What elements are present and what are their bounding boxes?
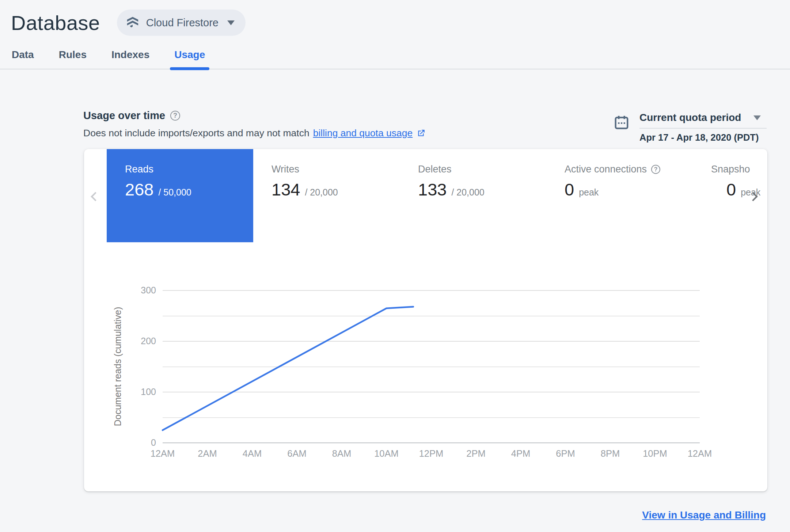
- metric-card-active-connections[interactable]: Active connections 0 peak: [546, 149, 693, 242]
- y-tick-label: 100: [130, 387, 156, 397]
- page-title: Database: [11, 11, 100, 35]
- firestore-icon: [126, 16, 140, 30]
- quota-period-label: Current quota period: [639, 112, 741, 123]
- chevron-down-icon: [227, 20, 235, 25]
- metric-value: 0: [565, 179, 574, 200]
- metric-label: Snapsho: [711, 164, 767, 175]
- x-tick-label: 4AM: [232, 448, 272, 459]
- x-tick-label: 10PM: [635, 448, 675, 459]
- metric-suffix: / 50,000: [158, 187, 191, 198]
- quota-period-selector: Current quota period Apr 17 - Apr 18, 20…: [613, 112, 767, 143]
- x-tick-label: 6AM: [277, 448, 317, 459]
- metric-suffix: / 20,000: [305, 187, 338, 198]
- tab-bar: Data Rules Indexes Usage: [0, 49, 790, 69]
- cards-scroll-left-button[interactable]: [89, 190, 102, 203]
- usage-line-chart: 010020030012AM2AM4AM6AM8AM10AM12PM2PM4PM…: [163, 290, 700, 443]
- x-tick-label: 8PM: [590, 448, 630, 459]
- chevron-left-icon: [91, 192, 100, 201]
- metric-suffix: / 20,000: [451, 187, 484, 198]
- tab-usage[interactable]: Usage: [174, 49, 206, 69]
- metric-card-deletes[interactable]: Deletes 133 / 20,000: [400, 149, 546, 242]
- x-tick-label: 4PM: [501, 448, 541, 459]
- x-tick-label: 12PM: [411, 448, 451, 459]
- metric-value: 134: [271, 179, 300, 200]
- metric-value: 268: [125, 179, 153, 200]
- metric-label: Reads: [125, 164, 253, 175]
- chevron-right-icon: [748, 192, 757, 201]
- usage-section-header: Usage over time Does not include imports…: [83, 110, 426, 139]
- metric-label: Writes: [271, 164, 400, 175]
- x-tick-label: 6PM: [546, 448, 586, 459]
- series-line: [163, 307, 413, 430]
- metric-value: 133: [418, 179, 447, 200]
- view-usage-billing-link[interactable]: View in Usage and Billing: [642, 509, 766, 521]
- x-tick-label: 10AM: [366, 448, 407, 459]
- app-header: Database Cloud Firestore: [0, 0, 790, 36]
- x-tick-label: 12AM: [143, 448, 183, 459]
- tab-rules[interactable]: Rules: [58, 49, 87, 69]
- metric-card-writes[interactable]: Writes 134 / 20,000: [253, 149, 400, 242]
- section-title: Usage over time: [83, 110, 165, 122]
- cards-scroll-right-button[interactable]: [750, 190, 763, 203]
- quota-period-dropdown[interactable]: Current quota period: [639, 112, 767, 129]
- y-tick-label: 300: [130, 285, 156, 296]
- product-selector-label: Cloud Firestore: [146, 17, 219, 29]
- section-subtitle: Does not include imports/exports and may…: [83, 128, 426, 139]
- metric-value: 0: [726, 179, 736, 200]
- metric-label: Active connections: [565, 164, 647, 175]
- metric-card-reads[interactable]: Reads 268 / 50,000: [107, 149, 253, 242]
- billing-quota-usage-link[interactable]: billing and quota usage: [313, 128, 413, 139]
- metric-label: Deletes: [418, 164, 546, 175]
- database-product-selector[interactable]: Cloud Firestore: [117, 10, 246, 36]
- x-tick-label: 8AM: [322, 448, 362, 459]
- tab-indexes[interactable]: Indexes: [111, 49, 150, 69]
- help-icon[interactable]: [651, 165, 660, 174]
- x-tick-label: 2PM: [456, 448, 496, 459]
- usage-panel: Reads 268 / 50,000 Writes 134 / 20,000 D…: [84, 149, 767, 491]
- chevron-down-icon: [753, 115, 761, 120]
- help-icon[interactable]: [170, 111, 180, 121]
- tab-data[interactable]: Data: [11, 49, 35, 69]
- subtitle-text: Does not include imports/exports and may…: [83, 128, 309, 139]
- metric-cards-row: Reads 268 / 50,000 Writes 134 / 20,000 D…: [107, 149, 767, 242]
- external-link-icon: [416, 129, 426, 138]
- y-tick-label: 0: [130, 437, 156, 448]
- quota-period-range: Apr 17 - Apr 18, 2020 (PDT): [639, 132, 767, 143]
- y-tick-label: 200: [130, 336, 156, 346]
- y-axis-title: Document reads (cumulative): [113, 307, 123, 426]
- metric-suffix: peak: [579, 187, 599, 198]
- calendar-icon: [613, 114, 630, 131]
- x-tick-label: 2AM: [187, 448, 228, 459]
- x-tick-label: 12AM: [680, 448, 720, 459]
